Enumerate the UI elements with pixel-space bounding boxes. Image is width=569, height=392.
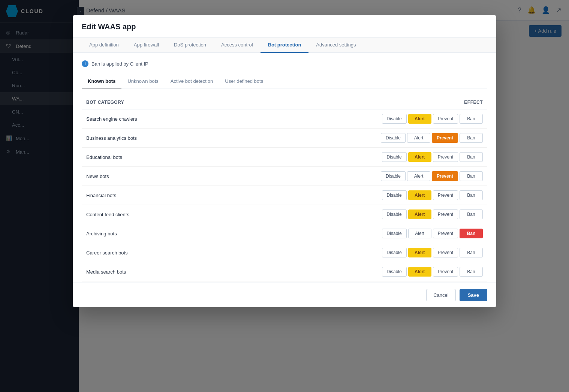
effect-btn-prevent[interactable]: Prevent bbox=[433, 248, 458, 257]
effect-btn-prevent[interactable]: Prevent bbox=[433, 209, 458, 219]
modal-body: i Ban is applied by Client IP Known bots… bbox=[73, 53, 496, 283]
tab-app-firewall[interactable]: App firewall bbox=[126, 37, 166, 53]
bot-effect-cell: DisableAlertPreventBan bbox=[224, 109, 487, 129]
effect-btn-alert[interactable]: Alert bbox=[408, 209, 431, 219]
cancel-button[interactable]: Cancel bbox=[426, 289, 455, 301]
subtab-unknown-bots[interactable]: Unknown bots bbox=[121, 75, 164, 88]
modal-header: Edit WAAS app bbox=[73, 15, 496, 37]
tab-dos-protection[interactable]: DoS protection bbox=[166, 37, 214, 53]
bot-category-cell: Educational bots bbox=[82, 148, 224, 167]
effect-btn-prevent[interactable]: Prevent bbox=[433, 190, 458, 200]
effect-btn-disable[interactable]: Disable bbox=[382, 248, 407, 257]
effect-btn-disable[interactable]: Disable bbox=[381, 171, 406, 181]
table-row: News botsDisableAlertPreventBan bbox=[82, 167, 487, 186]
bot-effect-cell: DisableAlertPreventBan bbox=[224, 224, 487, 243]
effect-btn-alert[interactable]: Alert bbox=[408, 114, 431, 124]
subtab-user-defined-bots[interactable]: User defined bots bbox=[219, 75, 269, 88]
effect-button-group: DisableAlertPreventBan bbox=[228, 248, 483, 257]
bot-category-cell: Content feed clients bbox=[82, 205, 224, 224]
effect-btn-ban[interactable]: Ban bbox=[460, 229, 483, 238]
subtab-active-bot-detection[interactable]: Active bot detection bbox=[165, 75, 219, 88]
col-header-effect: Effect bbox=[224, 96, 487, 109]
effect-button-group: DisableAlertPreventBan bbox=[228, 267, 483, 277]
bot-category-cell: Search engine crawlers bbox=[82, 109, 224, 129]
effect-btn-alert[interactable]: Alert bbox=[407, 171, 430, 181]
effect-btn-disable[interactable]: Disable bbox=[382, 229, 407, 238]
effect-btn-prevent[interactable]: Prevent bbox=[432, 133, 458, 143]
effect-btn-alert[interactable]: Alert bbox=[408, 152, 431, 162]
table-row: Educational botsDisableAlertPreventBan bbox=[82, 148, 487, 167]
table-header-row: Bot category Effect bbox=[82, 96, 487, 109]
bot-effect-cell: DisableAlertPreventBan bbox=[224, 205, 487, 224]
bot-category-cell: Archiving bots bbox=[82, 224, 224, 243]
table-row: Content feed clientsDisableAlertPreventB… bbox=[82, 205, 487, 224]
tab-access-control[interactable]: Access control bbox=[214, 37, 261, 53]
info-banner: i Ban is applied by Client IP bbox=[82, 60, 487, 67]
bot-category-cell: News bots bbox=[82, 167, 224, 186]
effect-btn-ban[interactable]: Ban bbox=[460, 190, 483, 200]
bot-effect-cell: DisableAlertPreventBan bbox=[224, 129, 487, 148]
effect-btn-prevent[interactable]: Prevent bbox=[433, 152, 458, 162]
edit-waas-modal: Edit WAAS app App definition App firewal… bbox=[73, 15, 496, 307]
subtab-known-bots[interactable]: Known bots bbox=[82, 75, 121, 88]
effect-btn-prevent[interactable]: Prevent bbox=[433, 267, 458, 277]
table-row: Business analytics botsDisableAlertPreve… bbox=[82, 129, 487, 148]
table-row: Search engine crawlersDisableAlertPreven… bbox=[82, 109, 487, 129]
effect-btn-alert[interactable]: Alert bbox=[408, 267, 431, 277]
effect-button-group: DisableAlertPreventBan bbox=[228, 209, 483, 219]
effect-btn-disable[interactable]: Disable bbox=[382, 209, 407, 219]
effect-btn-alert[interactable]: Alert bbox=[408, 190, 431, 200]
bot-effect-cell: DisableAlertPreventBan bbox=[224, 243, 487, 262]
table-row: Financial botsDisableAlertPreventBan bbox=[82, 186, 487, 205]
effect-btn-disable[interactable]: Disable bbox=[382, 114, 407, 124]
effect-btn-ban[interactable]: Ban bbox=[460, 171, 483, 181]
bot-category-cell: Career search bots bbox=[82, 243, 224, 262]
modal-footer: Cancel Save bbox=[73, 283, 496, 307]
bot-category-cell: Business analytics bots bbox=[82, 129, 224, 148]
effect-button-group: DisableAlertPreventBan bbox=[228, 229, 483, 238]
table-row: Archiving botsDisableAlertPreventBan bbox=[82, 224, 487, 243]
table-row: Media search botsDisableAlertPreventBan bbox=[82, 262, 487, 281]
tab-advanced-settings[interactable]: Advanced settings bbox=[308, 37, 363, 53]
info-text: Ban is applied by Client IP bbox=[91, 61, 148, 67]
bot-category-cell: Financial bots bbox=[82, 186, 224, 205]
save-button[interactable]: Save bbox=[460, 289, 487, 301]
effect-button-group: DisableAlertPreventBan bbox=[228, 171, 483, 181]
bot-effect-cell: DisableAlertPreventBan bbox=[224, 148, 487, 167]
effect-btn-alert[interactable]: Alert bbox=[407, 133, 430, 143]
effect-btn-alert[interactable]: Alert bbox=[408, 229, 431, 238]
info-icon: i bbox=[82, 60, 88, 67]
effect-btn-disable[interactable]: Disable bbox=[382, 152, 407, 162]
effect-button-group: DisableAlertPreventBan bbox=[228, 114, 483, 124]
effect-btn-ban[interactable]: Ban bbox=[460, 114, 483, 124]
col-header-category: Bot category bbox=[82, 96, 224, 109]
modal-overlay: Edit WAAS app App definition App firewal… bbox=[0, 0, 569, 392]
bot-category-cell: Media search bots bbox=[82, 262, 224, 281]
effect-btn-prevent[interactable]: Prevent bbox=[433, 114, 458, 124]
effect-btn-ban[interactable]: Ban bbox=[460, 267, 483, 277]
effect-btn-alert[interactable]: Alert bbox=[408, 248, 431, 257]
effect-btn-disable[interactable]: Disable bbox=[382, 267, 407, 277]
bot-effect-cell: DisableAlertPreventBan bbox=[224, 262, 487, 281]
modal-tabs: App definition App firewall DoS protecti… bbox=[73, 37, 496, 53]
tab-bot-protection[interactable]: Bot protection bbox=[261, 37, 309, 53]
effect-btn-disable[interactable]: Disable bbox=[382, 190, 407, 200]
bot-table: Bot category Effect Search engine crawle… bbox=[82, 96, 487, 281]
effect-btn-ban[interactable]: Ban bbox=[460, 133, 483, 143]
table-row: Career search botsDisableAlertPreventBan bbox=[82, 243, 487, 262]
effect-btn-ban[interactable]: Ban bbox=[460, 152, 483, 162]
effect-button-group: DisableAlertPreventBan bbox=[228, 190, 483, 200]
effect-btn-prevent[interactable]: Prevent bbox=[433, 229, 458, 238]
tab-app-definition[interactable]: App definition bbox=[82, 37, 126, 53]
sub-tabs: Known bots Unknown bots Active bot detec… bbox=[82, 75, 487, 88]
effect-button-group: DisableAlertPreventBan bbox=[228, 152, 483, 162]
bot-effect-cell: DisableAlertPreventBan bbox=[224, 167, 487, 186]
modal-title: Edit WAAS app bbox=[82, 22, 136, 31]
bot-effect-cell: DisableAlertPreventBan bbox=[224, 186, 487, 205]
effect-btn-prevent[interactable]: Prevent bbox=[432, 171, 458, 181]
effect-btn-ban[interactable]: Ban bbox=[460, 248, 483, 257]
effect-btn-disable[interactable]: Disable bbox=[381, 133, 406, 143]
effect-btn-ban[interactable]: Ban bbox=[460, 209, 483, 219]
effect-button-group: DisableAlertPreventBan bbox=[228, 133, 483, 143]
